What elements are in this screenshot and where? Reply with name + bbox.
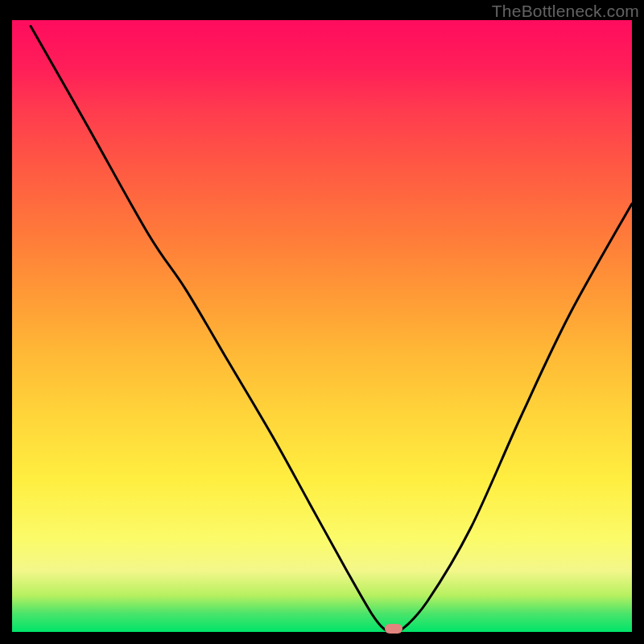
bottleneck-curve-path bbox=[31, 27, 632, 632]
plot-area bbox=[12, 20, 632, 632]
watermark-text: TheBottleneck.com bbox=[492, 2, 639, 21]
chart-container: TheBottleneck.com bbox=[0, 0, 644, 644]
optimal-marker bbox=[385, 624, 402, 634]
curve-svg bbox=[12, 20, 632, 632]
